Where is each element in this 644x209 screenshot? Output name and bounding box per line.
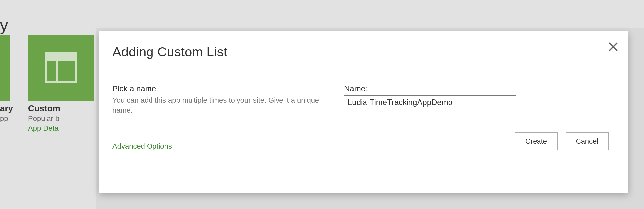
cancel-button[interactable]: Cancel xyxy=(566,132,609,150)
add-custom-list-dialog: Adding Custom List Pick a name You can a… xyxy=(99,31,628,193)
app-tile-title: Custom xyxy=(28,103,94,114)
app-tile-image xyxy=(28,35,94,101)
close-icon xyxy=(608,47,619,53)
app-tile-image xyxy=(0,35,10,101)
app-tile-subtitle: Popular b xyxy=(28,114,94,123)
app-tile-title: ary xyxy=(0,103,10,114)
dialog-title: Adding Custom List xyxy=(112,45,612,59)
custom-list-icon xyxy=(45,52,77,83)
app-details-link[interactable]: App Deta xyxy=(28,124,94,133)
dialog-buttons: Create Cancel xyxy=(344,132,612,150)
app-tile-row: ary pp Custom Popular b App Deta xyxy=(0,35,94,133)
app-tile[interactable]: Custom Popular b App Deta xyxy=(28,35,94,133)
name-input[interactable] xyxy=(344,95,516,109)
page-title-fragment: y xyxy=(0,17,8,35)
app-tile-subtitle: pp xyxy=(0,114,10,123)
create-button[interactable]: Create xyxy=(515,132,558,150)
name-label: Name: xyxy=(344,84,612,93)
app-tile[interactable]: ary pp xyxy=(0,35,10,133)
pick-a-name-description: You can add this app multiple times to y… xyxy=(112,95,324,115)
close-button[interactable] xyxy=(608,41,619,52)
advanced-options-link[interactable]: Advanced Options xyxy=(112,142,172,151)
pick-a-name-heading: Pick a name xyxy=(112,84,324,93)
